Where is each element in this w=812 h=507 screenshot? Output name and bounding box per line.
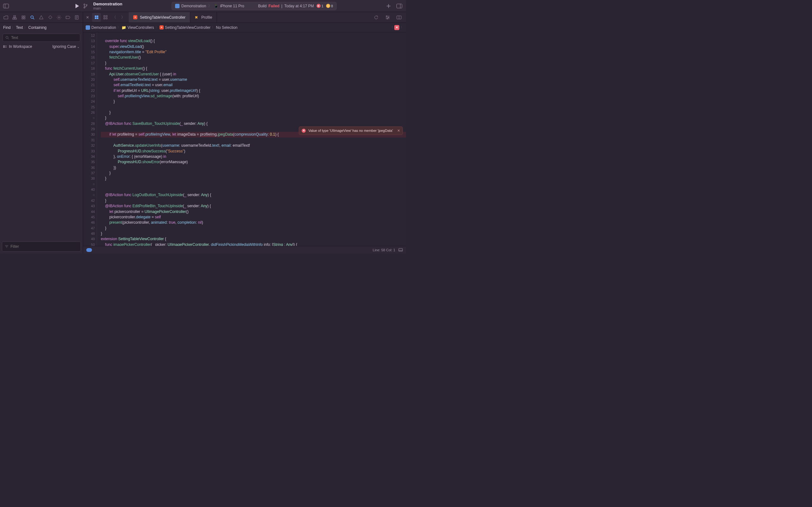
symbol-navigator-icon[interactable]: [20, 14, 27, 21]
grid-icon[interactable]: [101, 13, 110, 22]
branch-icon: [83, 3, 88, 9]
svg-rect-30: [3, 47, 4, 48]
build-failed: Failed: [268, 4, 280, 8]
cursor-position: Line: 58 Col: 1: [373, 248, 395, 252]
project-crumb-icon: [86, 25, 90, 30]
toggle-sidebar-icon[interactable]: [3, 3, 9, 9]
project-navigator-icon[interactable]: [2, 14, 9, 21]
svg-rect-0: [3, 4, 9, 8]
issue-navigator-icon[interactable]: [38, 14, 45, 21]
svg-point-3: [84, 7, 85, 8]
svg-point-4: [86, 4, 87, 6]
activity-target: Demonstration: [182, 4, 206, 8]
svg-rect-38: [95, 17, 96, 19]
svg-rect-52: [399, 248, 403, 251]
svg-rect-37: [97, 15, 98, 17]
svg-rect-9: [14, 15, 15, 17]
svg-rect-36: [95, 15, 96, 17]
nav-forward-icon[interactable]: 〉: [119, 13, 128, 22]
svg-point-2: [84, 4, 85, 5]
filter-input[interactable]: [2, 241, 81, 251]
error-count-badge[interactable]: ✕1: [316, 4, 323, 8]
svg-line-21: [33, 18, 34, 19]
tab-profile[interactable]: ✖︎ Profile: [190, 12, 217, 22]
activity-view[interactable]: Demonstration 〉 📱 iPhone 11 Pro Build Fa…: [171, 2, 337, 10]
svg-rect-17: [24, 16, 25, 17]
close-error-icon[interactable]: ×: [397, 128, 400, 133]
scope-icon: [3, 45, 7, 48]
svg-rect-47: [386, 16, 387, 16]
svg-rect-40: [104, 15, 105, 17]
svg-rect-39: [97, 17, 98, 19]
tab-settingcontroller[interactable]: ✦ SettingTableViewController: [129, 12, 190, 22]
code-content[interactable]: override func viewDidLoad() { super.view…: [97, 32, 406, 246]
editor-area: ✕ 〈 〉 ✦ SettingTableViewController ✖︎ Pr…: [83, 12, 406, 253]
navigator-sidebar: Find〉 Text〉 Containing In Workspace Igno…: [0, 12, 83, 253]
svg-rect-48: [388, 17, 389, 18]
svg-rect-18: [22, 18, 23, 19]
crumb-prev-icon[interactable]: 〈: [390, 25, 393, 30]
svg-rect-41: [106, 15, 107, 17]
svg-line-28: [8, 38, 9, 39]
warning-count-badge[interactable]: !8: [326, 4, 333, 8]
status-bar: Line: 58 Col: 1: [83, 246, 406, 253]
svg-point-27: [6, 37, 8, 39]
svg-rect-10: [13, 18, 14, 19]
nav-back-icon[interactable]: 〈: [110, 13, 119, 22]
minimap-toggle-icon[interactable]: [398, 248, 403, 251]
inline-error-popup[interactable]: ✕ Value of type 'UIImageView' has no mem…: [299, 126, 403, 135]
svg-rect-29: [3, 46, 4, 46]
tab-bar: ✕ 〈 〉 ✦ SettingTableViewController ✖︎ Pr…: [83, 12, 406, 23]
activity-device: iPhone 11 Pro: [220, 4, 244, 8]
library-icon[interactable]: [396, 3, 403, 9]
project-icon: ✖︎: [195, 15, 199, 19]
related-items-icon[interactable]: [92, 13, 101, 22]
code-editor[interactable]: 1213141516171819202122232425262829303132…: [83, 32, 406, 246]
build-timestamp: Today at 4:17 PM: [284, 4, 314, 8]
find-scope-bar[interactable]: Find〉 Text〉 Containing: [0, 23, 83, 32]
scheme-branch: main: [93, 6, 122, 10]
search-icon: [5, 36, 9, 40]
debug-area-toggle[interactable]: [86, 248, 92, 252]
jump-bar[interactable]: Demonstration〉 📁 ViewControllers〉 ✦ Sett…: [83, 23, 406, 32]
run-button[interactable]: [73, 3, 81, 9]
svg-rect-49: [387, 18, 388, 19]
svg-rect-42: [104, 18, 105, 19]
svg-point-20: [31, 16, 33, 18]
add-editor-icon[interactable]: [395, 13, 403, 22]
breakpoint-navigator-icon[interactable]: [64, 14, 72, 21]
debug-navigator-icon[interactable]: [55, 14, 63, 21]
close-tab-icon[interactable]: ✕: [83, 13, 92, 22]
line-gutter: 1213141516171819202122232425262829303132…: [83, 32, 97, 246]
search-scope-selector[interactable]: In Workspace: [3, 44, 32, 49]
swift-file-icon: ✦: [133, 15, 137, 19]
case-selector[interactable]: Ignoring Case ⌄: [52, 44, 80, 49]
svg-rect-11: [15, 18, 16, 19]
svg-rect-19: [24, 18, 25, 19]
find-navigator-icon[interactable]: [29, 14, 36, 21]
search-input[interactable]: [3, 34, 80, 42]
filter-icon: [5, 245, 9, 248]
test-navigator-icon[interactable]: [46, 14, 54, 21]
add-tab-icon[interactable]: [385, 3, 392, 9]
refresh-icon[interactable]: [372, 13, 380, 22]
scheme-name: Demonstration: [93, 2, 122, 6]
report-navigator-icon[interactable]: [73, 14, 81, 21]
svg-point-22: [58, 17, 60, 18]
svg-rect-7: [397, 4, 402, 8]
crumb-next-icon[interactable]: 〉: [401, 25, 403, 30]
svg-rect-43: [106, 18, 107, 19]
device-icon: 📱: [214, 4, 218, 8]
source-control-icon[interactable]: [11, 14, 18, 21]
crumb-error-icon[interactable]: ✕: [394, 25, 399, 30]
scheme-selector[interactable]: Demonstration main: [93, 2, 122, 10]
folder-icon: 📁: [121, 25, 126, 30]
navigator-selector: [0, 12, 83, 23]
swift-file-icon: ✦: [159, 25, 164, 30]
adjust-editor-icon[interactable]: [383, 13, 392, 22]
toolbar: Demonstration main Demonstration 〉 📱 iPh…: [0, 0, 406, 12]
svg-rect-16: [22, 16, 23, 17]
